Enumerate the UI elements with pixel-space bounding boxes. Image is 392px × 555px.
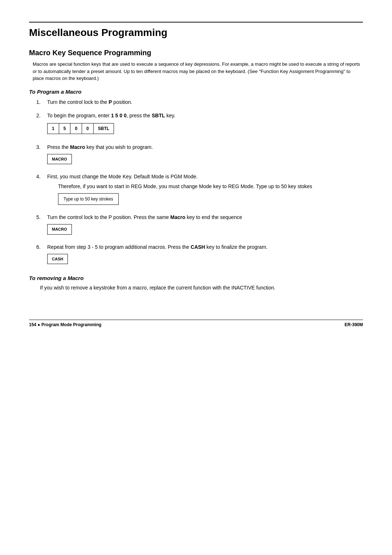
step-2-content: To begin the program, enter 1 5 0 0, pre… xyxy=(47,112,363,138)
step-4-num: 4. xyxy=(36,173,47,181)
intro-text: Macros are special function keys that ar… xyxy=(33,61,363,82)
step-4-content: First, you must change the Mode Key. Def… xyxy=(47,173,363,208)
type-box: Type up to 50 key strokes xyxy=(58,193,119,205)
removing-text: If you wish to remove a keystroke from a… xyxy=(40,285,363,291)
section-title: Macro Key Sequence Programming xyxy=(29,49,363,57)
step-2: 2. To begin the program, enter 1 5 0 0, … xyxy=(36,112,363,138)
step-6-num: 6. xyxy=(36,243,47,251)
step-5-num: 5. xyxy=(36,214,47,221)
subsection-remove-macro: To removing a Macro If you wish to remov… xyxy=(29,275,363,291)
removing-text-block: If you wish to remove a keystroke from a… xyxy=(40,285,363,291)
step-1-content: Turn the control lock to the P position. xyxy=(47,98,363,106)
macro-key-label-2: MACRO xyxy=(47,224,72,235)
key-sequence-row: 1 5 0 0 SBTL xyxy=(47,123,363,134)
cash-key-container: CASH xyxy=(47,251,363,267)
macro-key-label-1: MACRO xyxy=(47,154,72,165)
step-3-num: 3. xyxy=(36,143,47,151)
key-5: 5 xyxy=(59,123,71,134)
page-footer: 154 ● Program Mode Programming ER-390M xyxy=(29,320,363,327)
key-sbtl: SBTL xyxy=(93,123,114,134)
macro-key-2: MACRO xyxy=(47,221,363,238)
key-0a: 0 xyxy=(70,123,82,134)
type-box-container: Type up to 50 key strokes xyxy=(58,190,363,208)
step-1: 1. Turn the control lock to the P positi… xyxy=(36,98,363,106)
key-1: 1 xyxy=(47,123,59,134)
subsection-program-macro: To Program a Macro 1. Turn the control l… xyxy=(29,89,363,267)
step-1-num: 1. xyxy=(36,98,47,106)
macro-key-1: MACRO xyxy=(47,151,363,167)
subsection2-title: To removing a Macro xyxy=(29,275,363,281)
step-4: 4. First, you must change the Mode Key. … xyxy=(36,173,363,208)
steps-list: 1. Turn the control lock to the P positi… xyxy=(36,98,363,267)
step-6-content: Repeat from step 3 - 5 to program additi… xyxy=(47,243,363,267)
step-5: 5. Turn the control lock to the P positi… xyxy=(36,214,363,238)
step-6: 6. Repeat from step 3 - 5 to program add… xyxy=(36,243,363,267)
step-3-content: Press the Macro key that you wish to pro… xyxy=(47,143,363,167)
chapter-title: Miscellaneous Programming xyxy=(29,22,363,39)
step-3: 3. Press the Macro key that you wish to … xyxy=(36,143,363,167)
page-container: Miscellaneous Programming Macro Key Sequ… xyxy=(29,22,363,327)
step-4-subtext: Therefore, if you want to start in REG M… xyxy=(58,183,363,190)
step-5-content: Turn the control lock to the P position.… xyxy=(47,214,363,238)
cash-key: CASH xyxy=(47,254,68,264)
key-0b: 0 xyxy=(82,123,94,134)
step-2-num: 2. xyxy=(36,112,47,119)
footer-left: 154 ● Program Mode Programming xyxy=(29,322,101,327)
footer-right: ER-390M xyxy=(344,322,363,327)
subsection1-title: To Program a Macro xyxy=(29,89,363,95)
